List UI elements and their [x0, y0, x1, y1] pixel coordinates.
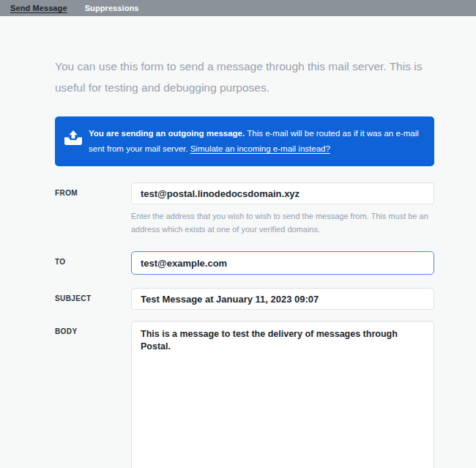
body-label: BODY — [55, 321, 131, 335]
from-label: FROM — [55, 182, 131, 197]
banner-message: You are sending an outgoing message. Thi… — [89, 126, 424, 157]
to-label: TO — [55, 251, 131, 266]
banner-bold-text: You are sending an outgoing message. — [89, 129, 245, 138]
body-textarea[interactable]: This is a message to test the delivery o… — [131, 321, 434, 468]
send-message-page: You can use this form to send a message … — [0, 16, 476, 468]
to-input[interactable] — [131, 251, 434, 275]
subject-row: SUBJECT — [55, 288, 434, 310]
from-row: FROM Enter the address that you wish to … — [55, 182, 434, 236]
from-help-text: Enter the address that you wish to wish … — [131, 209, 434, 236]
subject-label: SUBJECT — [55, 288, 131, 302]
outgoing-message-tray-icon — [64, 130, 82, 145]
page-intro-text: You can use this form to send a message … — [55, 56, 434, 98]
send-message-form: FROM Enter the address that you wish to … — [55, 182, 434, 468]
tab-suppressions[interactable]: Suppressions — [85, 4, 139, 12]
subject-input[interactable] — [131, 288, 434, 310]
body-row: BODY This is a message to test the deliv… — [55, 321, 434, 468]
tab-bar: Send Message Suppressions — [0, 0, 476, 16]
outgoing-message-banner: You are sending an outgoing message. Thi… — [55, 116, 434, 166]
tab-send-message[interactable]: Send Message — [10, 4, 67, 12]
simulate-incoming-email-link[interactable]: Simulate an incoming e-mail instead? — [190, 144, 330, 153]
from-input[interactable] — [131, 182, 434, 204]
to-row: TO — [55, 251, 434, 275]
